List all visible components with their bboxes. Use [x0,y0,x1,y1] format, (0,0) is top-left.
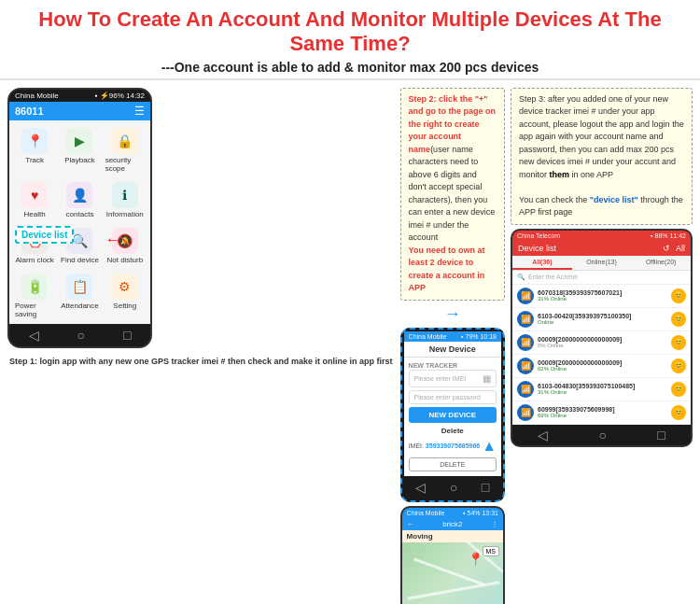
dl-wifi-icon-5: 📶 [517,381,534,398]
playback-icon: ▶ [66,128,92,154]
delete-btn[interactable]: DELETE [409,457,497,471]
step2-text-box: Step 2: click the "+" and go to the page… [400,88,505,301]
map-more-icon[interactable]: ⋮ [491,520,498,528]
nav-home-t[interactable]: ○ [450,480,457,495]
imei-label: IMEI: [409,442,424,449]
app-label-playback: Playback [64,156,94,164]
nav-back-t[interactable]: ◁ [415,480,426,495]
dl-avatar-2: 😊 [671,312,686,327]
power-icon: 🔋 [21,274,48,300]
app-label-contacts: contacts [66,210,94,218]
nav-recent-dl[interactable]: □ [657,428,665,442]
header: How To Create An Account And Monitor Mul… [0,0,700,80]
app-item-security[interactable]: 🔒 security scope [104,124,147,176]
dl-item-status-3: 0% Online [538,343,667,348]
tab-online[interactable]: Online(13) [572,256,632,270]
app-item-info[interactable]: ℹ Information [104,178,147,222]
bottom-nav-tracker: ◁ ○ □ [404,476,501,499]
dl-item-status-5: 31% Online [538,389,667,395]
qr-icon: ▦ [483,373,491,384]
dl-avatar-4: 😊 [671,358,686,373]
step1-text: Step 1: login app with any new one GPS t… [7,352,395,372]
map-moving: Moving [402,530,503,542]
dl-refresh-icon[interactable]: ↺ [663,244,670,253]
map-location-name: brick2 [442,520,462,528]
dl-wifi-icon-1: 📶 [517,288,534,304]
page-title: How To Create An Account And Monitor Mul… [19,7,681,57]
middle-section: Step 2: click the "+" and go to the page… [400,88,505,604]
pwd-input[interactable]: Please enter password [409,390,497,404]
setting-icon: ⚙ [112,274,138,300]
nav-home[interactable]: ○ [77,328,85,343]
search-placeholder: Enter the Ac/imei [528,274,578,280]
dl-avatar-1: 😊 [671,288,686,303]
step3-main: Step 3: after you added one of your new … [519,94,684,179]
nav-back[interactable]: ◁ [29,328,39,343]
step2-note: You need to own at least 2 device to cre… [409,246,485,293]
info-icon: ℹ [112,182,138,208]
main-content: Device list ← China Mobile ▪ ⚡96% 14:32 … [0,80,700,604]
step2-body: (user name characters need to above 6 di… [409,145,496,243]
dl-search[interactable]: 🔍 Enter the Ac/imei [512,271,691,285]
nav-recent-t[interactable]: □ [482,480,489,495]
app-grid: 📍 Track ▶ Playback 🔒 security scope ♥ He… [9,120,150,324]
dl-item-info-3: 00009[20000000000000009] 0% Online [538,336,667,348]
device-list-arrow: ← [105,232,120,248]
imei-placeholder: Please enter IMEI [414,375,467,382]
app-item-contacts[interactable]: 👤 contacts [58,178,101,222]
dl-item-1[interactable]: 📶 6070318[359393975607021] 31% Online 😊 [512,285,691,308]
nav-recent[interactable]: □ [123,328,131,343]
map-back-icon[interactable]: ← [407,520,414,528]
dl-item-4[interactable]: 📶 00009[20000000000000009] 62% Online 😊 [512,355,691,378]
tracker-status-bar: China Mobile ▪ 79% 10:18 [404,331,501,342]
app-label-setting: Setting [113,302,136,310]
map-area: 📍 MS [402,542,503,604]
phone-device-list: China Telecom ▪ 88% 11:42 Device list ↺ … [511,229,693,447]
imei-input[interactable]: Please enter IMEI ▦ [409,370,497,387]
delete-label: Delete [409,427,497,435]
track-icon: 📍 [21,128,48,154]
app-label-security: security scope [105,156,145,173]
dl-signal: ▪ 88% 11:42 [651,232,686,239]
dl-item-info-4: 00009[20000000000000009] 62% Online [538,359,667,372]
tracker-signal: ▪ 79% 10:18 [461,333,497,340]
tab-all[interactable]: All(36) [512,256,572,270]
device-list-ref: "device list" [590,195,638,204]
map-marker: 📍 [468,552,483,567]
app-item-track[interactable]: 📍 Track [13,124,56,176]
menu-icon[interactable]: ☰ [134,105,145,118]
app-item-attendance[interactable]: 📋 Attendance [58,270,101,322]
step2-arrow: → [400,304,505,324]
nav-home-dl[interactable]: ○ [599,428,607,442]
them-text: them [550,170,570,179]
app-item-power[interactable]: 🔋 Power saving [13,270,56,322]
dl-item-6[interactable]: 📶 60999[359339075609998] 69% Online 😊 [512,401,691,425]
dl-wifi-icon-6: 📶 [517,404,534,421]
dl-item-status-2: Online [538,319,667,325]
tracker-title: New Device [404,342,501,358]
dl-item-2[interactable]: 📶 6103-00420[359393975100350] Online 😊 [512,308,691,331]
dl-item-id-5: 6103-004830[359393075100485] [538,383,667,389]
new-device-btn[interactable]: NEW DEVICE [409,407,497,423]
tab-offline[interactable]: Offline(20) [631,256,691,270]
app-item-setting[interactable]: ⚙ Setting [104,270,147,322]
nav-back-dl[interactable]: ◁ [538,428,548,442]
bottom-nav-dl: ◁ ○ □ [512,425,691,445]
app-label-track: Track [25,156,44,164]
phone-left: China Mobile ▪ ⚡96% 14:32 86011 ☰ 📍 Trac… [7,88,152,348]
device-list-label: Device list [15,226,74,244]
dl-item-3[interactable]: 📶 00009[20000000000000009] 0% Online 😊 [512,331,691,355]
health-icon: ♥ [21,182,48,208]
dl-top-bar: Device list ↺ All [512,241,691,256]
app-label-attendance: Attendance [61,302,98,310]
dl-item-info-5: 6103-004830[359393075100485] 31% Online [538,383,667,395]
security-icon: 🔒 [112,128,138,154]
app-label-health: Health [24,210,46,218]
app-item-playback[interactable]: ▶ Playback [58,124,101,176]
app-item-health[interactable]: ♥ Health [13,178,56,222]
dl-title: Device list [518,244,556,253]
step3-cont: in one APP [569,170,613,179]
tracker-body: NEW TRACKER Please enter IMEI ▦ Please e… [404,358,501,476]
dl-item-5[interactable]: 📶 6103-004830[359393075100485] 31% Onlin… [512,378,691,401]
dl-item-status-4: 62% Online [538,366,667,372]
